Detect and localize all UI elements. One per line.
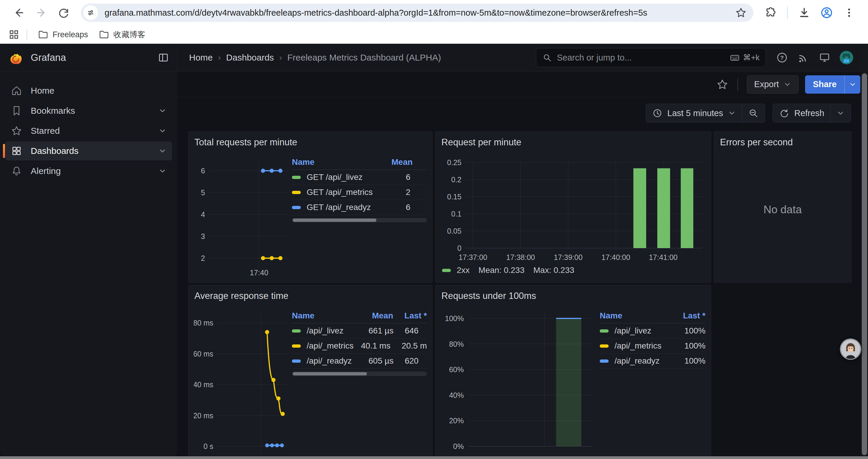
share-caret-button[interactable] <box>844 75 860 94</box>
menu-kebab-icon[interactable] <box>843 6 856 19</box>
cell-mean: 2 <box>392 188 427 197</box>
svg-text:17:37:00: 17:37:00 <box>459 253 487 261</box>
series-color-swatch <box>600 329 609 333</box>
chevron-down-icon <box>783 80 791 88</box>
cell-last: 620 <box>394 356 427 366</box>
table-header-row: NameMeanLast * <box>292 308 427 323</box>
svg-text:?: ? <box>780 55 784 61</box>
dashboard-canvas: Last 5 minutes Refresh <box>177 97 868 456</box>
column-header-mean[interactable]: Mean <box>392 157 427 167</box>
total-requests-chart: 6543217:40 <box>194 151 292 278</box>
refresh-button[interactable]: Refresh <box>773 104 830 122</box>
chevron-down-icon[interactable] <box>158 147 167 155</box>
avg-response-legend-table: NameMeanLast */api/_livez661 µs646/api/_… <box>292 308 427 456</box>
grafana-logo[interactable] <box>8 50 24 66</box>
panel-total-requests: Total requests per minute 6543217:40 Nam… <box>188 131 433 283</box>
favorite-star-icon[interactable] <box>716 78 728 91</box>
column-header-last[interactable]: Last * <box>393 311 427 321</box>
news-rss-icon[interactable] <box>797 52 809 64</box>
panel-title: Request per minute <box>441 135 706 151</box>
table-h-scrollbar[interactable] <box>292 371 427 376</box>
sidebar-item-bookmarks[interactable]: Bookmarks <box>5 101 172 120</box>
breadcrumb-item[interactable]: Home <box>189 53 213 63</box>
back-icon[interactable] <box>12 6 25 19</box>
assistant-avatar[interactable] <box>840 338 861 360</box>
share-button-group: Share <box>805 75 860 94</box>
help-icon[interactable]: ? <box>776 52 788 64</box>
bookmarks-divider <box>27 29 27 40</box>
series-color-swatch <box>292 345 301 348</box>
panel-row-1: Total requests per minute 6543217:40 Nam… <box>188 131 868 283</box>
bookmark-star-icon[interactable] <box>735 6 747 19</box>
time-range-picker[interactable]: Last 5 minutes <box>646 104 742 122</box>
column-header-name[interactable]: Name <box>292 157 392 167</box>
zoom-out-button[interactable] <box>742 104 765 122</box>
apps-grid-icon[interactable] <box>8 29 20 40</box>
series-name[interactable]: GET /api/_readyz <box>292 203 392 212</box>
table-scroll-thumb[interactable] <box>293 372 367 375</box>
legend-item[interactable]: 2xx <box>442 266 470 275</box>
series-name[interactable]: /api/_readyz <box>292 356 359 366</box>
breadcrumb: Home›Dashboards›Freeleaps Metrics Dashbo… <box>189 53 441 63</box>
series-name[interactable]: GET /api/_livez <box>292 172 392 182</box>
svg-text:20%: 20% <box>449 417 464 425</box>
refresh-group: Refresh <box>773 104 851 123</box>
cell-last: 100% <box>667 341 706 351</box>
series-name[interactable]: /api/_readyz <box>600 356 667 366</box>
chevron-down-icon[interactable] <box>158 127 167 135</box>
collapse-sidebar-icon[interactable] <box>157 52 169 64</box>
browser-toolbar: grafana.mathmast.com/d/deytv4rwavabkb/fr… <box>0 0 868 25</box>
series-name[interactable]: /api/_livez <box>600 326 667 335</box>
panel-requests-under-100ms: Requests under 100ms 100%80%60%40%20%0%1… <box>435 285 711 456</box>
extensions-icon[interactable] <box>764 6 777 19</box>
table-row: /api/_livez661 µs646 <box>292 323 427 338</box>
avg-response-chart: 80 ms60 ms40 ms20 ms0 s17:40 <box>194 304 292 456</box>
sidebar-item-home[interactable]: Home <box>5 81 172 100</box>
requests-under-100ms-chart: 100%80%60%40%20%0%17:40 <box>441 304 594 456</box>
reload-icon[interactable] <box>57 6 70 19</box>
search-icon <box>542 53 552 63</box>
series-name[interactable]: GET /api/_metrics <box>292 188 392 197</box>
site-settings-icon[interactable] <box>83 5 98 20</box>
refresh-icon <box>779 108 789 119</box>
breadcrumb-separator: › <box>279 53 282 62</box>
series-color-swatch <box>600 359 609 363</box>
sidebar-item-dashboards[interactable]: Dashboards <box>5 141 172 160</box>
svg-text:100%: 100% <box>445 314 464 323</box>
forward-icon[interactable] <box>35 6 48 19</box>
bookmark-item[interactable]: Freeleaps <box>32 26 93 43</box>
bookmark-label: Freeleaps <box>53 30 88 39</box>
chevron-down-icon[interactable] <box>158 107 167 115</box>
vertical-scrollbar[interactable] <box>861 44 868 456</box>
search-input[interactable]: Search or jump to... ⌘+k <box>536 48 766 67</box>
table-scroll-thumb[interactable] <box>293 219 376 222</box>
sidebar-item-alerting[interactable]: Alerting <box>5 162 172 181</box>
series-name[interactable]: /api/_livez <box>292 326 359 335</box>
url-bar[interactable]: grafana.mathmast.com/d/deytv4rwavabkb/fr… <box>81 4 753 22</box>
panel-request-per-minute: Request per minute 0.250.20.150.10.05017… <box>435 131 711 283</box>
table-h-scrollbar[interactable] <box>292 218 427 222</box>
grafana-body: HomeBookmarksStarredDashboardsAlerting E… <box>0 72 868 456</box>
scrollbar-thumb[interactable] <box>862 73 867 455</box>
column-header-mean[interactable]: Mean <box>359 311 393 321</box>
sidebar-item-starred[interactable]: Starred <box>5 121 172 140</box>
sidebar: HomeBookmarksStarredDashboardsAlerting <box>0 72 177 456</box>
column-header-last[interactable]: Last * <box>667 311 706 321</box>
column-header-name[interactable]: Name <box>292 311 359 321</box>
horizontal-scrollbar[interactable] <box>0 456 868 459</box>
export-button[interactable]: Export <box>747 75 799 94</box>
breadcrumb-item[interactable]: Dashboards <box>226 53 274 63</box>
download-icon[interactable] <box>798 6 811 19</box>
series-name[interactable]: /api/_metrics <box>600 341 667 351</box>
bookmark-item[interactable]: 收藏博客 <box>93 26 151 43</box>
user-avatar[interactable] <box>840 51 853 64</box>
column-header-name[interactable]: Name <box>600 311 667 321</box>
profile-icon[interactable] <box>820 6 833 19</box>
series-name[interactable]: /api/_metrics <box>292 341 359 351</box>
kiosk-monitor-icon[interactable] <box>818 52 831 64</box>
url-text[interactable]: grafana.mathmast.com/d/deytv4rwavabkb/fr… <box>104 8 735 18</box>
share-button[interactable]: Share <box>805 75 844 94</box>
svg-text:0.2: 0.2 <box>451 175 462 184</box>
chevron-down-icon[interactable] <box>158 167 167 175</box>
refresh-interval-caret[interactable] <box>830 104 850 122</box>
